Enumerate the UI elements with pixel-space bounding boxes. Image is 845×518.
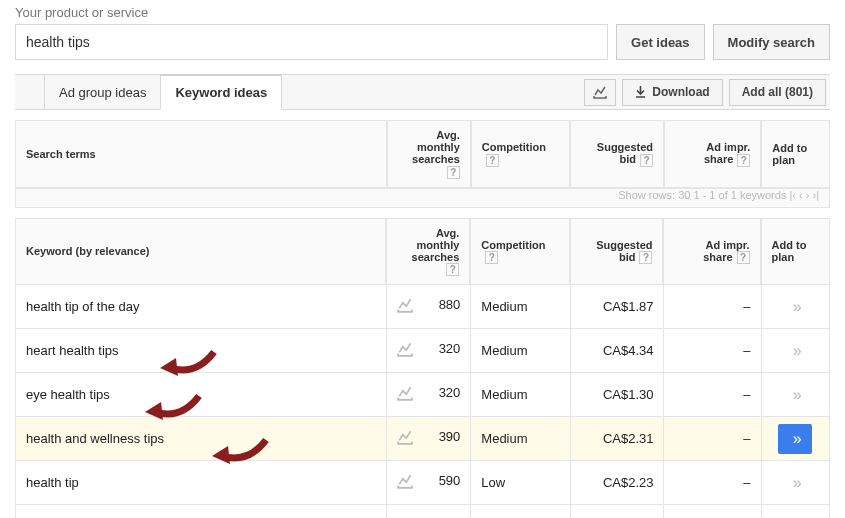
competition-cell: Medium [470, 285, 569, 329]
download-button[interactable]: Download [622, 79, 722, 106]
table-row: health tips for teens260MediumCA$2.80–» [15, 505, 830, 518]
table-row: eye health tips320MediumCA$1.30–» [15, 373, 830, 417]
add-to-plan-button[interactable]: » [776, 342, 814, 360]
tab-bar: Ad group ideas Keyword ideas Download Ad… [15, 74, 830, 110]
searches-cell: 320 [386, 373, 470, 417]
col-competition[interactable]: Competition? [470, 218, 569, 286]
searches-value: 320 [439, 385, 461, 400]
trend-chart-icon[interactable] [397, 385, 413, 404]
col-search-terms[interactable]: Search terms [15, 120, 387, 188]
keyword-cell[interactable]: health tips for teens [15, 505, 386, 518]
impr-share-cell: – [663, 329, 760, 373]
tab-keyword-ideas[interactable]: Keyword ideas [160, 74, 282, 110]
input-row: Get ideas Modify search [15, 24, 830, 60]
competition-cell: Medium [470, 417, 569, 461]
add-to-plan-cell: » [761, 285, 830, 329]
help-icon[interactable]: ? [485, 251, 498, 264]
keyword-cell[interactable]: health tip [15, 461, 386, 505]
keyword-cell[interactable]: health tip of the day [15, 285, 386, 329]
col-suggested-bid[interactable]: Suggested bid? [570, 120, 664, 188]
keyword-cell[interactable]: health and wellness tips [15, 417, 386, 461]
col-ad-impr-share[interactable]: Ad impr. share? [663, 218, 760, 286]
help-icon[interactable]: ? [639, 251, 652, 264]
trend-chart-icon[interactable] [397, 473, 413, 492]
table-row: health and wellness tips390MediumCA$2.31… [15, 417, 830, 461]
col-suggested-bid[interactable]: Suggested bid? [570, 218, 664, 286]
pager-text[interactable]: Show rows: 30 1 - 1 of 1 keywords |‹ ‹ ›… [15, 188, 830, 208]
keyword-text: heart health tips [26, 343, 119, 358]
col-avg-monthly-searches[interactable]: Avg. monthly searches? [387, 120, 471, 188]
bid-cell: CA$4.34 [570, 329, 664, 373]
add-to-plan-cell: » [761, 461, 830, 505]
col-avg-monthly-searches[interactable]: Avg. monthly searches? [386, 218, 470, 286]
keyword-ideas-table-area: Keyword (by relevance) Avg. monthly sear… [15, 218, 830, 518]
search-terms-table: Search terms Avg. monthly searches? Comp… [15, 120, 830, 208]
add-to-plan-cell: » [761, 373, 830, 417]
impr-share-cell: – [663, 285, 760, 329]
col-add-to-plan: Add to plan [761, 120, 830, 188]
pager-row: Show rows: 30 1 - 1 of 1 keywords |‹ ‹ ›… [15, 188, 830, 208]
searches-cell: 320 [386, 329, 470, 373]
help-icon[interactable]: ? [640, 154, 653, 167]
table-row: health tip of the day880MediumCA$1.87–» [15, 285, 830, 329]
competition-cell: Medium [470, 505, 569, 518]
searches-value: 390 [439, 429, 461, 444]
chart-toggle-button[interactable] [584, 79, 616, 106]
col-ad-impr-share[interactable]: Ad impr. share? [664, 120, 761, 188]
keyword-ideas-table: Keyword (by relevance) Avg. monthly sear… [15, 218, 830, 518]
help-icon[interactable]: ? [737, 154, 750, 167]
add-all-button[interactable]: Add all (801) [729, 79, 826, 106]
product-service-input[interactable] [15, 24, 608, 60]
help-icon[interactable]: ? [486, 154, 499, 167]
searches-value: 590 [439, 473, 461, 488]
input-section-label: Your product or service [15, 5, 830, 20]
bid-cell: CA$1.30 [570, 373, 664, 417]
keyword-text: health and wellness tips [26, 431, 164, 446]
add-to-plan-button[interactable]: » [776, 474, 814, 492]
download-label: Download [652, 85, 709, 99]
add-to-plan-cell: » [761, 505, 830, 518]
help-icon[interactable]: ? [446, 263, 459, 276]
impr-share-cell: – [663, 417, 760, 461]
table-row: health tip590LowCA$2.23–» [15, 461, 830, 505]
bid-cell: CA$1.87 [570, 285, 664, 329]
download-icon [635, 86, 646, 98]
competition-cell: Low [470, 461, 569, 505]
col-keyword-relevance[interactable]: Keyword (by relevance) [15, 218, 386, 286]
keyword-text: health tip [26, 475, 79, 490]
bid-cell: CA$2.31 [570, 417, 664, 461]
searches-value: 320 [439, 341, 461, 356]
add-to-plan-button[interactable]: » [776, 386, 814, 404]
modify-search-button[interactable]: Modify search [713, 24, 830, 60]
keyword-text: eye health tips [26, 387, 110, 402]
table-row: heart health tips320MediumCA$4.34–» [15, 329, 830, 373]
col-competition[interactable]: Competition? [471, 120, 570, 188]
impr-share-cell: – [663, 505, 760, 518]
tab-ad-group-ideas[interactable]: Ad group ideas [44, 75, 161, 109]
keyword-cell[interactable]: eye health tips [15, 373, 386, 417]
trend-chart-icon[interactable] [397, 429, 413, 448]
keyword-text: health tip of the day [26, 299, 139, 314]
bid-cell: CA$2.80 [570, 505, 664, 518]
help-icon[interactable]: ? [737, 251, 750, 264]
searches-cell: 260 [386, 505, 470, 518]
chart-icon [593, 85, 607, 99]
keyword-cell[interactable]: heart health tips [15, 329, 386, 373]
help-icon[interactable]: ? [447, 166, 460, 179]
impr-share-cell: – [663, 461, 760, 505]
competition-cell: Medium [470, 373, 569, 417]
searches-cell: 390 [386, 417, 470, 461]
add-to-plan-cell: » [761, 417, 830, 461]
bid-cell: CA$2.23 [570, 461, 664, 505]
trend-chart-icon[interactable] [397, 297, 413, 316]
searches-cell: 880 [386, 285, 470, 329]
trend-chart-icon[interactable] [397, 341, 413, 360]
add-to-plan-cell: » [761, 329, 830, 373]
add-to-plan-button[interactable]: » [778, 424, 812, 454]
searches-cell: 590 [386, 461, 470, 505]
search-terms-table-area: Search terms Avg. monthly searches? Comp… [15, 120, 830, 208]
get-ideas-button[interactable]: Get ideas [616, 24, 705, 60]
add-to-plan-button[interactable]: » [776, 298, 814, 316]
tab-actions: Download Add all (801) [584, 75, 830, 109]
impr-share-cell: – [663, 373, 760, 417]
